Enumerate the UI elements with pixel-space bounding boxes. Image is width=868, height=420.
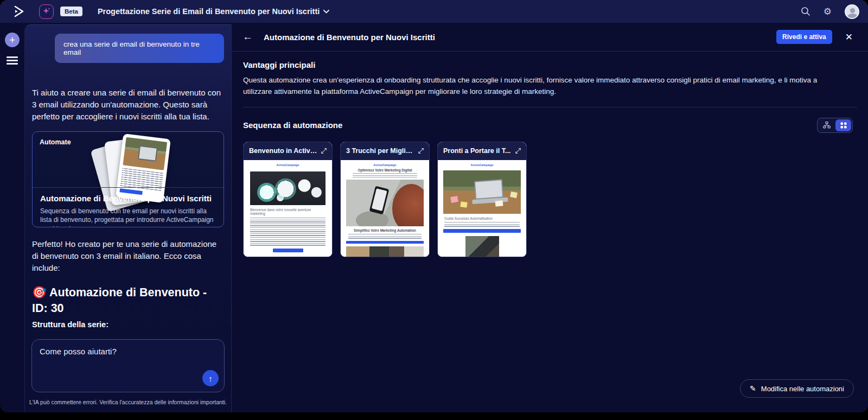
- email-logo: ActiveCampaign: [244, 160, 332, 167]
- edit-button-label: Modifica nelle automazioni: [761, 385, 844, 393]
- chat-panel: crea una serie di email di benvenuto in …: [24, 24, 232, 412]
- email-card-3[interactable]: Pronti a Portare il T... ⤢ ActiveCampaig…: [437, 142, 527, 257]
- email-2-footer-image: [346, 246, 424, 257]
- section-divider: [243, 107, 857, 107]
- topbar-actions: ⚙: [801, 4, 859, 19]
- email-3-heading: Guida Successo Automatisation: [444, 217, 520, 220]
- user-message-bubble: crea una serie di email di benvenuto in …: [55, 34, 224, 63]
- email-logo: ActiveCampaign: [341, 160, 429, 167]
- chevron-down-icon: [323, 10, 329, 14]
- gear-icon[interactable]: ⚙: [824, 6, 832, 17]
- email-1-hero-image: [250, 171, 326, 205]
- email-cards-row: Benvenuto in Active... ⤢ ActiveCampaign …: [243, 142, 857, 257]
- expand-icon[interactable]: ⤢: [515, 147, 521, 155]
- automation-preview-card[interactable]: Automate Automazione di Benvenuto per Nu…: [32, 131, 224, 227]
- email-2-body-text: [348, 234, 422, 239]
- email-1-body-text: [250, 218, 326, 246]
- left-rail: +: [0, 23, 24, 412]
- expand-icon[interactable]: ⤢: [321, 147, 327, 155]
- panel-title: Automazione di Benvenuto per Nuovi Iscri…: [264, 33, 435, 42]
- email-2-cta-button: [346, 241, 424, 244]
- benefits-title: Vantaggi principali: [243, 60, 857, 69]
- email-2-hero-image: [346, 180, 424, 226]
- avatar[interactable]: [845, 4, 859, 19]
- close-icon[interactable]: ✕: [845, 31, 853, 43]
- app-window: Beta Progettazione Serie di Email di Ben…: [0, 0, 868, 412]
- flow-view-icon[interactable]: [819, 119, 834, 131]
- email-1-heading: Bienvenue dans votre nouvelle aventure m…: [250, 208, 326, 215]
- email-2-heading-2: Simplifiez Votre Marketing Automation: [347, 228, 423, 232]
- send-button[interactable]: ↑: [202, 370, 219, 386]
- email-2-subtext: [353, 173, 417, 177]
- email-card-2-title: 3 Trucchi per Miglio...: [346, 147, 415, 155]
- sequence-header-row: Sequenza di automazione: [243, 118, 857, 133]
- menu-icon[interactable]: [7, 56, 18, 65]
- email-3-footer-image: [465, 236, 499, 257]
- email-card-2-preview: ActiveCampaign Optimisez Votre Marketing…: [341, 160, 429, 257]
- email-card-3-title: Pronti a Portare il T...: [443, 147, 512, 155]
- pencil-icon: ✎: [750, 384, 756, 393]
- automation-card-title: Automazione di Benvenuto per Nuovi Iscri…: [40, 194, 212, 203]
- email-card-1-preview: ActiveCampaign Bienvenue dans votre nouv…: [244, 160, 332, 257]
- automation-card-description: Sequenza di benvenuto con tre email per …: [40, 207, 217, 227]
- ai-followup-text: Perfetto! Ho creato per te una serie di …: [32, 238, 224, 273]
- panel-header: ← Automazione di Benvenuto per Nuovi Isc…: [232, 23, 868, 52]
- panel-body: Vantaggi principali Questa automazione c…: [232, 60, 868, 257]
- new-chat-button[interactable]: +: [5, 33, 20, 47]
- benefits-text: Questa automazione crea un'esperienza di…: [243, 75, 845, 98]
- review-activate-button[interactable]: Rivedi e attiva: [776, 30, 832, 44]
- email-card-1-title: Benvenuto in Active...: [249, 147, 318, 155]
- chat-input-box[interactable]: ↑: [31, 339, 225, 392]
- email-2-heading: Optimisez Votre Marketing Digital: [341, 168, 429, 172]
- email-1-cta-button: [273, 249, 303, 252]
- top-bar: Beta Progettazione Serie di Email di Ben…: [0, 0, 868, 23]
- ai-sparkle-icon[interactable]: [39, 4, 54, 19]
- automation-id-heading: 🎯 Automazione di Benvenuto - ID: 30: [32, 285, 224, 317]
- sequence-title: Sequenza di automazione: [243, 120, 342, 130]
- email-card-2[interactable]: 3 Trucchi per Miglio... ⤢ ActiveCampaign…: [340, 142, 430, 257]
- conversation-title: Progettazione Serie di Email di Benvenut…: [98, 7, 320, 16]
- email-3-body-text: [444, 222, 520, 227]
- activecampaign-logo-icon[interactable]: [12, 4, 26, 18]
- beta-badge: Beta: [60, 7, 82, 16]
- email-card-3-preview: ActiveCampaign Guida Successo Automatisa…: [438, 160, 526, 257]
- search-icon[interactable]: [801, 7, 810, 16]
- back-icon[interactable]: ←: [242, 31, 253, 43]
- email-logo: ActiveCampaign: [438, 160, 526, 167]
- conversation-title-dropdown[interactable]: Progettazione Serie di Email di Benvenut…: [98, 7, 329, 16]
- series-structure-label: Struttura della serie:: [32, 320, 224, 329]
- ai-intro-text: Ti aiuto a creare una serie di email di …: [32, 87, 224, 122]
- grid-view-icon[interactable]: [835, 119, 851, 131]
- edit-in-automations-button[interactable]: ✎ Modifica nelle automazioni: [740, 379, 854, 398]
- email-card-1[interactable]: Benvenuto in Active... ⤢ ActiveCampaign …: [243, 142, 333, 257]
- automation-detail-panel: ← Automazione di Benvenuto per Nuovi Isc…: [232, 23, 868, 412]
- ai-disclaimer: L'IA può commettere errori. Verifica l'a…: [25, 399, 231, 405]
- email-3-cta-button: [443, 229, 521, 233]
- expand-icon[interactable]: ⤢: [418, 147, 424, 155]
- automate-tag: Automate: [40, 138, 71, 146]
- chat-input[interactable]: [40, 347, 216, 356]
- email-3-hero-image: [443, 170, 521, 214]
- view-toggle: [817, 118, 853, 133]
